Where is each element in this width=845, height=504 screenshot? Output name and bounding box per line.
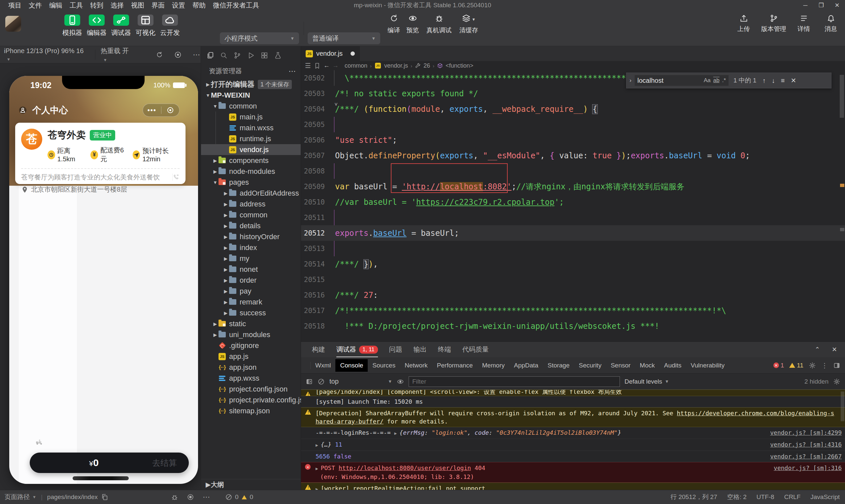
close-button[interactable]: ✕ (829, 0, 845, 11)
nav-back-button[interactable]: ← (323, 62, 330, 69)
devtools-tab-Sources[interactable]: Sources (368, 359, 400, 372)
tree-item-nonet[interactable]: ▶nonet (201, 264, 301, 275)
devtools-tab-Network[interactable]: Network (400, 359, 433, 372)
menu-转到[interactable]: 转到 (87, 0, 107, 11)
devtools-tab-Vulnerability[interactable]: Vulnerability (686, 359, 729, 372)
panel-tab-调试器[interactable]: 调试器1, 11 (336, 342, 378, 357)
action-清缓存[interactable]: ▼清缓存 (457, 14, 480, 35)
console-link[interactable]: http://localhost:8080/user/user/login (339, 464, 471, 471)
console-scrollbar[interactable] (841, 392, 844, 421)
tree-item-runtime.js[interactable]: JSruntime.js (201, 133, 301, 144)
source-control-icon[interactable] (233, 52, 241, 59)
find-close-button[interactable]: ✕ (791, 76, 796, 85)
panel-tab-终端[interactable]: 终端 (438, 342, 451, 357)
regex-icon[interactable]: .* (722, 77, 726, 84)
menu-工具[interactable]: 工具 (66, 0, 87, 11)
menu-文件[interactable]: 文件 (25, 0, 46, 11)
tab-vendor-js[interactable]: JS vendor.js (301, 46, 360, 61)
devtools-tab-Storage[interactable]: Storage (543, 359, 574, 372)
toggle-调试器[interactable]: 调试器 (110, 15, 132, 37)
tree-item-app.wxss[interactable]: app.wxss (201, 373, 301, 384)
breadcrumb-item[interactable]: common (345, 62, 367, 69)
hot-reload-toggle[interactable]: 热重载 开 ▼ (101, 47, 136, 63)
toggle-模拟器[interactable]: 模拟器 (61, 15, 83, 37)
bookmark-icon[interactable] (314, 62, 321, 69)
tree-item-vendor.js[interactable]: JSvendor.js (201, 144, 301, 155)
tree-item-addOrEditAddress[interactable]: ▶addOrEditAddress (201, 188, 301, 199)
status-item[interactable]: JavaScript (810, 493, 840, 501)
fold-chevron-icon[interactable]: ˅ (333, 101, 339, 108)
outline-section[interactable]: ▶ 大纲 (201, 479, 301, 490)
call-store-button[interactable] (172, 174, 179, 181)
source-link[interactable]: vendor.js? [sm]:4299 (770, 429, 842, 437)
console-log-area[interactable]: [pages/index/index] [component] <scroll-… (301, 390, 845, 490)
tree-item-remark[interactable]: ▶remark (201, 296, 301, 307)
devtools-menu-button[interactable]: ⋮ (821, 361, 828, 370)
close-panel-button[interactable]: ✕ (832, 346, 837, 353)
context-select[interactable]: top ▼ (330, 378, 392, 385)
project-root[interactable]: ▼ MP-WEIXIN (201, 90, 301, 101)
menu-选择[interactable]: 选择 (107, 0, 127, 11)
log-levels-select[interactable]: Default levels ▼ (624, 378, 669, 385)
stop-button[interactable] (174, 51, 181, 58)
menu-视图[interactable]: 视图 (127, 0, 148, 11)
find-prev-button[interactable]: ↑ (762, 77, 766, 85)
live-expression-button[interactable] (397, 378, 404, 385)
tree-item-components[interactable]: ▶components (201, 155, 301, 166)
console-settings-button[interactable] (833, 378, 840, 385)
toggle-云开发[interactable]: 云开发 (159, 15, 181, 37)
menu-项目[interactable]: 项目 (5, 0, 25, 11)
console-warning-count[interactable]: 11 (789, 362, 804, 369)
console-sidebar-toggle[interactable] (306, 378, 313, 385)
tree-item-order[interactable]: ▶order (201, 275, 301, 286)
tree-item-static[interactable]: ▶static (201, 318, 301, 329)
tree-item-pay[interactable]: ▶pay (201, 286, 301, 296)
panel-tab-构建[interactable]: 构建 (312, 342, 325, 357)
nav-forward-button[interactable]: → (332, 62, 339, 69)
restart-button[interactable] (156, 51, 163, 58)
tree-item-success[interactable]: ▶success (201, 307, 301, 318)
debug-status-button[interactable] (171, 493, 178, 501)
menu-设置[interactable]: 设置 (168, 0, 189, 11)
find-expand-button[interactable]: › (627, 77, 634, 84)
devtools-tab-Sensor[interactable]: Sensor (606, 359, 635, 372)
tree-item-uni_modules[interactable]: ▶uni_modules (201, 329, 301, 340)
devtools-tab-Console[interactable]: Console (335, 359, 368, 372)
source-link[interactable]: vendor.js? [sm]:4316 (770, 440, 842, 449)
console-error-count[interactable]: ✕1 (773, 362, 784, 369)
panel-tab-输出[interactable]: 输出 (413, 342, 427, 357)
panel-tab-代码质量[interactable]: 代码质量 (462, 342, 489, 357)
find-in-selection-icon[interactable]: ≡ (781, 77, 785, 85)
tree-item-project.config.json[interactable]: {··}project.config.json (201, 384, 301, 395)
tree-item-details[interactable]: ▶details (201, 220, 301, 231)
status-item[interactable]: CRLF (784, 493, 801, 501)
page-path-select[interactable]: 页面路径 ▼ (5, 493, 36, 501)
tree-item-.gitignore[interactable]: .gitignore (201, 340, 301, 351)
action-版本管理[interactable]: 版本管理 (761, 14, 786, 33)
devtools-tab-Memory[interactable]: Memory (477, 359, 509, 372)
tree-item-historyOrder[interactable]: ▶historyOrder (201, 231, 301, 242)
devtools-tab-Wxml[interactable]: Wxml (311, 359, 335, 372)
tree-item-sitemap.json[interactable]: {··}sitemap.json (201, 406, 301, 416)
more-button[interactable]: ⋯ (193, 51, 201, 59)
tree-item-node-modules[interactable]: ▶node-modules (201, 166, 301, 177)
explorer-more-button[interactable]: ⋯ (288, 67, 296, 75)
capsule-more-button[interactable]: ••• (143, 109, 161, 112)
code-editor[interactable]: 20502 \*********************************… (301, 70, 845, 341)
match-case-icon[interactable]: Aa (704, 77, 711, 84)
tree-item-main.wxss[interactable]: main.wxss (201, 122, 301, 133)
breadcrumb-item[interactable]: vendor.js (384, 62, 408, 69)
find-input[interactable] (637, 77, 684, 85)
tree-item-app.json[interactable]: {··}app.json (201, 362, 301, 373)
devtools-tab-Audits[interactable]: Audits (659, 359, 686, 372)
files-icon[interactable] (206, 52, 214, 59)
status-item[interactable]: UTF-8 (757, 493, 774, 501)
tree-item-project.private.config.js...[interactable]: {··}project.private.config.js... (201, 395, 301, 406)
run-icon[interactable] (247, 52, 255, 59)
unsaved-dot-icon[interactable] (351, 52, 355, 56)
outline-list-icon[interactable]: ☰ (305, 62, 311, 70)
source-link[interactable]: vendor.js? [sm]:316 (774, 464, 842, 472)
breadcrumb-item[interactable]: <function> (446, 62, 473, 69)
tree-item-address[interactable]: ▶address (201, 199, 301, 210)
action-上传[interactable]: 上传 (734, 14, 753, 33)
